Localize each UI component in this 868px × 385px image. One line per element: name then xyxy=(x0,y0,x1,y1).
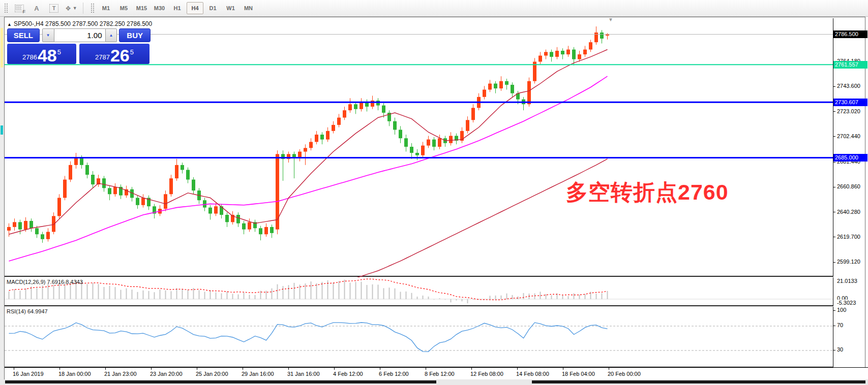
time-label: 8 Feb 12:00 xyxy=(425,371,455,377)
sell-price-sup: 5 xyxy=(57,48,61,56)
time-label: 12 Feb 08:00 xyxy=(470,371,503,377)
time-label: 6 Feb 12:00 xyxy=(379,371,409,377)
buy-button[interactable]: BUY xyxy=(119,28,151,42)
toolbar-grip[interactable] xyxy=(4,3,8,13)
timeframe-button-m5[interactable]: M5 xyxy=(115,2,132,14)
bottom-bar-left xyxy=(5,380,436,383)
text-label-icon[interactable]: A xyxy=(29,2,44,15)
price-tickmark xyxy=(833,162,835,163)
sell-quote[interactable]: 2786 48 5 xyxy=(7,44,76,64)
price-tickmark xyxy=(833,187,835,187)
macd-panel[interactable] xyxy=(5,277,833,306)
time-tickmark xyxy=(14,368,14,370)
time-label: 18 Feb 04:00 xyxy=(562,371,595,377)
trading-terminal: F A T ❖▼ M1M5M15M30H1H4D1W1MN ▲SP500-,H4… xyxy=(0,0,868,385)
price-tickmark xyxy=(833,136,835,137)
left-strip-yellow-marker xyxy=(1,28,3,68)
price-level-badge: 2786.500 xyxy=(833,30,867,38)
dropdown-caret-icon[interactable]: ▼ xyxy=(73,6,77,11)
timeframe-button-w1[interactable]: W1 xyxy=(222,2,239,14)
rsi-axis-label: 100 xyxy=(837,307,846,313)
price-tickmark xyxy=(833,237,835,237)
rsi-indicator-label: RSI(14) 64.9947 xyxy=(7,308,48,314)
rsi-axis-label: 70 xyxy=(837,322,843,328)
time-tickmark xyxy=(380,368,380,370)
volume-increase-button[interactable]: ▲ xyxy=(105,28,117,42)
sell-price-big: 48 xyxy=(38,48,57,63)
grid-f-icon[interactable]: F xyxy=(12,2,26,15)
time-tickmark xyxy=(609,368,609,370)
rsi-tickmark xyxy=(833,326,835,326)
time-tickmark xyxy=(59,368,60,370)
time-label: 16 Jan 2019 xyxy=(13,371,44,377)
price-tick-label: 2619.700 xyxy=(837,234,860,240)
time-tickmark xyxy=(517,368,518,370)
toolbar-grip-2[interactable] xyxy=(91,3,94,13)
price-level-badge: 2761.557 xyxy=(833,61,867,69)
buy-quote[interactable]: 2787 26 5 xyxy=(79,44,149,64)
sell-button[interactable]: SELL xyxy=(7,28,40,42)
macd-axis-label: 21.0133 xyxy=(837,278,857,284)
time-label: 14 Feb 08:00 xyxy=(516,371,549,377)
buy-price-big: 26 xyxy=(110,48,130,63)
timeframe-group: M1M5M15M30H1H4D1W1MN xyxy=(97,2,257,14)
volume-input[interactable] xyxy=(54,28,105,42)
time-tickmark xyxy=(334,368,335,370)
toolbar-separator xyxy=(83,3,83,14)
price-tickmark xyxy=(833,111,835,112)
timeframe-button-h4[interactable]: H4 xyxy=(187,2,203,14)
price-tick-label: 2640.280 xyxy=(837,209,860,215)
price-tick-label: 2743.600 xyxy=(837,83,860,89)
macd-indicator-label: MACD(12,26,9) 7.6916 8.4343 xyxy=(7,279,83,285)
time-tickmark xyxy=(151,368,152,370)
price-tick-label: 2723.020 xyxy=(837,108,860,114)
time-tickmark xyxy=(243,368,243,370)
rsi-panel[interactable] xyxy=(5,307,833,367)
rsi-axis-label: 30 xyxy=(837,346,843,352)
symbol-collapse-icon[interactable]: ▲ xyxy=(7,22,12,27)
time-axis[interactable]: 16 Jan 201918 Jan 00:0021 Jan 23:0023 Ja… xyxy=(5,367,868,380)
sell-price-prefix: 2786 xyxy=(22,53,37,61)
time-label: 31 Jan 16:00 xyxy=(287,371,320,377)
time-label: 4 Feb 12:00 xyxy=(333,371,363,377)
time-label: 23 Jan 20:00 xyxy=(150,371,183,377)
time-label: 29 Jan 16:00 xyxy=(242,371,274,377)
price-tickmark xyxy=(833,212,835,212)
time-label: 18 Jan 00:00 xyxy=(58,371,91,377)
time-tickmark xyxy=(471,368,472,370)
one-click-trade-panel: SELL ▼ ▲ BUY 2786 48 5 2787 26 5 xyxy=(7,28,151,64)
timeframe-button-m30[interactable]: M30 xyxy=(151,2,168,14)
time-tickmark xyxy=(563,368,563,370)
timeframe-button-mn[interactable]: MN xyxy=(240,2,257,14)
time-tickmark xyxy=(105,368,106,370)
timeframe-button-m15[interactable]: M15 xyxy=(133,2,150,14)
chart-marker-icon: ▼ xyxy=(608,17,613,22)
time-tickmark xyxy=(197,368,197,370)
bottom-bar-right xyxy=(532,380,865,383)
time-tickmark xyxy=(426,368,426,370)
shapes-icon[interactable]: ❖▼ xyxy=(64,2,78,15)
buy-price-sup: 5 xyxy=(130,48,134,56)
chart-annotation-text: 多空转折点2760 xyxy=(566,178,729,207)
time-label: 25 Jan 20:00 xyxy=(196,371,228,377)
price-tickmark xyxy=(833,262,835,263)
price-tick-label: 2599.120 xyxy=(837,259,860,265)
bottom-window-edge xyxy=(0,379,868,385)
macd-axis-label: -5.3023 xyxy=(837,300,856,306)
buy-price-prefix: 2787 xyxy=(95,53,110,61)
time-tickmark xyxy=(288,368,289,370)
price-tick-label: 2702.440 xyxy=(837,133,860,139)
rsi-tickmark xyxy=(833,350,835,350)
left-strip-teal-marker xyxy=(1,125,3,135)
price-level-badge: 2730.607 xyxy=(833,99,867,106)
chart-title: ▲SP500-,H4 2785.500 2787.500 2782.250 27… xyxy=(7,20,152,27)
rsi-tickmark xyxy=(833,310,835,311)
time-label: 20 Feb 00:00 xyxy=(608,371,641,377)
toolbar: F A T ❖▼ M1M5M15M30H1H4D1W1MN xyxy=(0,0,868,17)
timeframe-button-m1[interactable]: M1 xyxy=(98,2,114,14)
timeframe-button-d1[interactable]: D1 xyxy=(204,2,221,14)
timeframe-button-h1[interactable]: H1 xyxy=(169,2,186,14)
price-tickmark xyxy=(833,86,835,87)
volume-decrease-button[interactable]: ▼ xyxy=(42,28,54,42)
text-box-icon[interactable]: T xyxy=(47,2,61,15)
